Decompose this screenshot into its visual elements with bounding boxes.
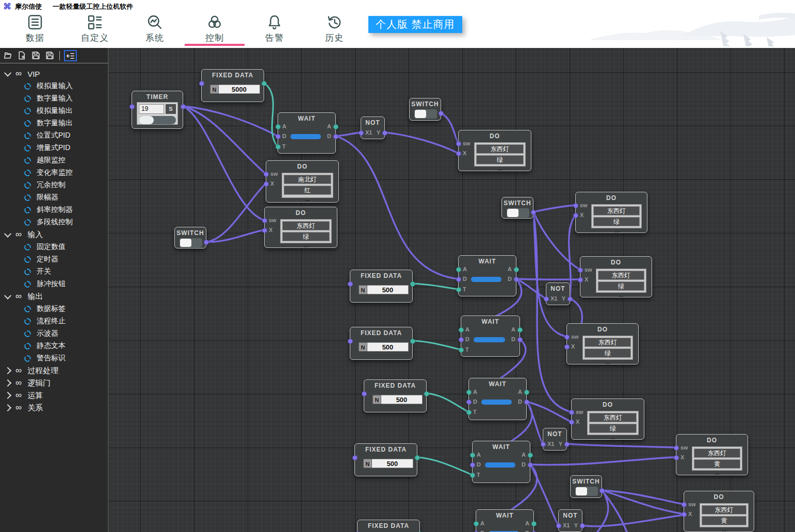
do-node[interactable]: DO东西灯绿--swX — [566, 323, 639, 364]
fixed-node[interactable]: FIXED DATAN500 — [354, 443, 417, 476]
tree-item-越限监控[interactable]: 越限监控 — [0, 154, 108, 167]
do-target-field[interactable]: 东西灯 — [694, 448, 740, 458]
fixed-value-input[interactable]: 500 — [367, 342, 409, 352]
output-port[interactable] — [204, 240, 209, 245]
not-node[interactable]: NOTX1Y — [546, 282, 570, 305]
do-target-field[interactable]: 东西灯 — [598, 271, 644, 280]
tree-item-增量式PID[interactable]: 增量式PID — [0, 142, 108, 154]
input-port[interactable] — [456, 141, 461, 146]
output-port[interactable] — [531, 210, 536, 215]
fixed-node[interactable]: FIXED DATAN500 — [350, 270, 413, 303]
do-target-field[interactable]: 东西灯 — [585, 338, 631, 347]
tree-group-输出[interactable]: ∞输出 — [0, 290, 108, 303]
switch-toggle[interactable] — [575, 487, 598, 496]
save-icon[interactable] — [31, 51, 40, 60]
tree-item-数据标签[interactable]: 数据标签 — [0, 303, 108, 315]
input-port[interactable] — [456, 151, 461, 156]
do-node[interactable]: DO东西灯绿--swX — [458, 130, 531, 171]
do-node[interactable]: DO东西灯绿--swX — [580, 256, 652, 297]
input-port[interactable] — [474, 521, 479, 526]
collapse-panel-button[interactable] — [64, 50, 77, 61]
output-port[interactable] — [528, 462, 533, 468]
do-node[interactable]: DO东西灯绿--swX — [575, 192, 647, 233]
new-file-icon[interactable] — [18, 51, 26, 60]
input-port[interactable] — [569, 410, 574, 415]
do-node[interactable]: DO东西灯黄--swX — [676, 434, 748, 475]
tree-item-数字量输入[interactable]: 数字量输入 — [0, 92, 108, 105]
input-port[interactable] — [682, 512, 687, 517]
fixed-node[interactable]: FIXED DATAN — [357, 520, 420, 532]
tree-item-静态文本[interactable]: 静态文本 — [0, 340, 108, 352]
switch-node[interactable]: SWITCH — [174, 227, 206, 248]
output-port[interactable] — [333, 124, 338, 129]
tree-item-警告标识[interactable]: 警告标识 — [0, 352, 108, 364]
input-port[interactable] — [459, 337, 464, 342]
do-value-field[interactable]: 绿 — [585, 348, 631, 358]
input-port[interactable] — [564, 335, 570, 340]
input-port[interactable] — [348, 281, 353, 287]
do-target-field[interactable]: 东西灯 — [476, 144, 524, 154]
flow-canvas[interactable]: TIMER19SFIXED DATAN5000WAITADTADNOTX1YSW… — [108, 48, 795, 532]
output-port[interactable] — [517, 327, 523, 332]
input-port[interactable] — [578, 277, 583, 282]
input-port[interactable] — [573, 203, 578, 208]
input-port[interactable] — [470, 473, 475, 478]
tree-item-脉冲按钮[interactable]: 脉冲按钮 — [0, 278, 108, 290]
output-port[interactable] — [424, 391, 429, 396]
fixed-value-input[interactable]: 500 — [367, 285, 409, 294]
tree-item-变化率监控[interactable]: 变化率监控 — [0, 167, 108, 179]
input-port[interactable] — [362, 391, 367, 396]
do-target-field[interactable]: 南北灯 — [284, 175, 331, 184]
wait-node[interactable]: WAITADTAD — [461, 315, 520, 357]
do-node[interactable]: DO东西灯绿--swX — [571, 398, 644, 440]
input-port[interactable] — [466, 390, 472, 395]
input-port[interactable] — [564, 344, 570, 350]
output-port[interactable] — [410, 281, 415, 287]
tree-item-定时器[interactable]: 定时器 — [0, 253, 108, 265]
input-port[interactable] — [470, 453, 475, 458]
wait-node[interactable]: WAITADTAD — [458, 255, 516, 296]
tab-custom[interactable]: 自定义 — [65, 13, 125, 46]
input-port[interactable] — [275, 144, 281, 149]
tab-data[interactable]: 数据 — [5, 13, 65, 46]
output-port[interactable] — [439, 111, 444, 116]
tab-history[interactable]: 历史 — [304, 13, 364, 46]
output-port[interactable] — [415, 455, 420, 460]
output-port[interactable] — [517, 337, 523, 342]
input-port[interactable] — [275, 124, 281, 129]
do-node[interactable]: DO东西灯黄--swX — [684, 491, 754, 532]
do-node[interactable]: DO东西灯绿--swX — [264, 207, 337, 248]
fixed-value-input[interactable]: 5000 — [219, 85, 260, 94]
save-as-icon[interactable] — [45, 51, 54, 60]
do-value-field[interactable]: 绿 — [589, 424, 637, 433]
switch-node[interactable]: SWITCH — [501, 197, 533, 219]
input-port[interactable] — [674, 455, 679, 460]
input-port[interactable] — [264, 181, 269, 187]
wait-node[interactable]: WAITADTAD — [278, 112, 336, 154]
input-port[interactable] — [573, 213, 578, 218]
output-port[interactable] — [580, 523, 585, 528]
do-value-field[interactable]: 绿 — [593, 217, 640, 226]
tree-group-VIP[interactable]: ∞VIP — [0, 68, 108, 80]
do-value-field[interactable]: 绿 — [598, 281, 644, 291]
tree-item-固定数值[interactable]: 固定数值 — [0, 241, 108, 253]
input-port[interactable] — [262, 228, 267, 233]
input-port[interactable] — [466, 400, 472, 405]
input-port[interactable] — [264, 172, 269, 177]
do-node[interactable]: DO南北灯红--swX — [266, 160, 339, 203]
wait-node[interactable]: WAITADTAD — [472, 441, 530, 483]
output-port[interactable] — [524, 390, 529, 395]
output-port[interactable] — [181, 104, 186, 109]
input-port[interactable] — [129, 104, 135, 109]
switch-toggle[interactable] — [180, 238, 202, 247]
not-node[interactable]: NOTX1Y — [558, 509, 582, 532]
input-port[interactable] — [682, 502, 687, 507]
fixed-node[interactable]: FIXED DATAN500 — [364, 379, 427, 412]
do-target-field[interactable]: 东西灯 — [702, 505, 747, 514]
timer-unit-button[interactable]: S — [166, 104, 176, 114]
fixed-node[interactable]: FIXED DATAN500 — [350, 327, 413, 360]
input-port[interactable] — [275, 134, 281, 139]
output-port[interactable] — [410, 339, 415, 344]
input-port[interactable] — [199, 81, 204, 86]
input-port[interactable] — [674, 445, 679, 451]
